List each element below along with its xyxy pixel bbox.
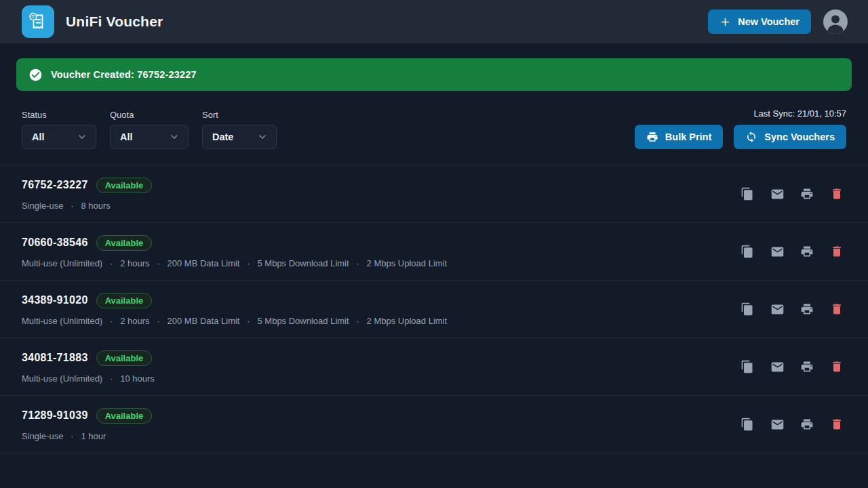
print-button[interactable] [800, 187, 814, 201]
email-button[interactable] [770, 187, 784, 201]
app-header: UniFi Voucher New Voucher [0, 0, 868, 43]
bulk-print-label: Bulk Print [665, 131, 711, 142]
voucher-code: 76752-23227 [22, 179, 88, 191]
new-voucher-label: New Voucher [738, 16, 800, 27]
voucher-code: 34081-71883 [22, 352, 88, 364]
trash-icon [830, 245, 844, 258]
status-badge: Available [96, 350, 153, 366]
voucher-details: Multi-use (Unlimited) · 10 hours [22, 373, 155, 384]
voucher-details: Single-use · 8 hours [22, 201, 152, 211]
trash-icon [830, 418, 844, 431]
email-button[interactable] [770, 302, 784, 316]
sync-vouchers-label: Sync Vouchers [764, 131, 835, 142]
print-icon [800, 418, 814, 431]
email-icon [770, 360, 785, 374]
success-banner: Voucher Created: 76752-23227 [16, 58, 852, 91]
email-icon [770, 302, 785, 317]
banner-message: Voucher Created: 76752-23227 [51, 69, 197, 80]
sync-icon [745, 131, 757, 143]
sort-filter-select[interactable]: Date [202, 125, 277, 149]
quota-filter-label: Quota [110, 110, 189, 120]
email-icon [770, 245, 785, 259]
voucher-receipt-icon [26, 10, 50, 33]
status-badge: Available [96, 293, 153, 308]
chevron-down-icon [257, 131, 268, 142]
copy-button[interactable] [741, 187, 754, 201]
email-button[interactable] [770, 360, 784, 373]
trash-icon [830, 302, 844, 316]
chevron-down-icon [169, 131, 180, 142]
voucher-row: 76752-23227 Available Single-use · 8 hou… [0, 165, 868, 223]
quota-filter-select[interactable]: All [110, 125, 189, 149]
email-button[interactable] [770, 418, 784, 431]
print-icon [800, 360, 814, 373]
bulk-print-button[interactable]: Bulk Print [635, 125, 723, 149]
user-avatar[interactable] [823, 9, 848, 34]
copy-icon [741, 245, 754, 258]
voucher-code: 34389-91020 [22, 294, 88, 306]
voucher-code: 70660-38546 [22, 237, 88, 249]
status-filter-select[interactable]: All [22, 125, 96, 149]
copy-button[interactable] [741, 245, 754, 258]
status-badge: Available [96, 408, 153, 424]
print-icon [800, 245, 814, 258]
print-icon [800, 302, 814, 316]
app-logo [22, 5, 54, 38]
delete-button[interactable] [830, 187, 844, 201]
plus-icon [719, 16, 731, 28]
voucher-details: Single-use · 1 hour [22, 431, 152, 441]
print-icon [800, 187, 814, 201]
sort-filter-label: Sort [202, 110, 277, 120]
delete-button[interactable] [830, 245, 844, 258]
delete-button[interactable] [830, 360, 844, 373]
trash-icon [830, 187, 844, 201]
copy-icon [741, 418, 754, 431]
copy-icon [741, 302, 754, 316]
new-voucher-button[interactable]: New Voucher [708, 9, 811, 34]
sync-vouchers-button[interactable]: Sync Vouchers [734, 125, 846, 149]
voucher-details: Multi-use (Unlimited) · 2 hours · 200 MB… [22, 316, 447, 326]
voucher-row: 70660-38546 Available Multi-use (Unlimit… [0, 223, 868, 281]
status-badge: Available [96, 178, 153, 193]
filter-bar: Status All Quota All Sort Date Last Sync… [0, 91, 868, 149]
voucher-row: 34389-91020 Available Multi-use (Unlimit… [0, 281, 868, 338]
email-icon [770, 187, 785, 201]
trash-icon [830, 360, 844, 373]
status-filter-label: Status [22, 110, 96, 120]
page-title: UniFi Voucher [66, 14, 163, 30]
status-badge: Available [96, 235, 153, 251]
printer-icon [646, 131, 658, 143]
copy-icon [741, 187, 754, 201]
voucher-details: Multi-use (Unlimited) · 2 hours · 200 MB… [22, 258, 447, 268]
email-button[interactable] [770, 245, 784, 258]
email-icon [770, 418, 785, 432]
check-circle-icon [28, 68, 43, 82]
chevron-down-icon [77, 131, 87, 142]
voucher-list: 76752-23227 Available Single-use · 8 hou… [0, 165, 868, 453]
copy-button[interactable] [741, 418, 754, 431]
delete-button[interactable] [830, 302, 844, 316]
copy-button[interactable] [741, 360, 754, 373]
print-button[interactable] [800, 360, 814, 373]
copy-button[interactable] [741, 302, 754, 316]
status-filter-value: All [32, 131, 45, 142]
quota-filter-value: All [120, 131, 133, 142]
print-button[interactable] [800, 418, 814, 431]
print-button[interactable] [800, 245, 814, 258]
voucher-row: 71289-91039 Available Single-use · 1 hou… [0, 396, 868, 453]
delete-button[interactable] [830, 418, 844, 431]
print-button[interactable] [800, 302, 814, 316]
voucher-code: 71289-91039 [22, 409, 88, 422]
last-sync-status: Last Sync: 21/01, 10:57 [753, 108, 846, 119]
sort-filter-value: Date [212, 131, 233, 142]
voucher-row: 34081-71883 Available Multi-use (Unlimit… [0, 338, 868, 396]
copy-icon [741, 360, 754, 373]
